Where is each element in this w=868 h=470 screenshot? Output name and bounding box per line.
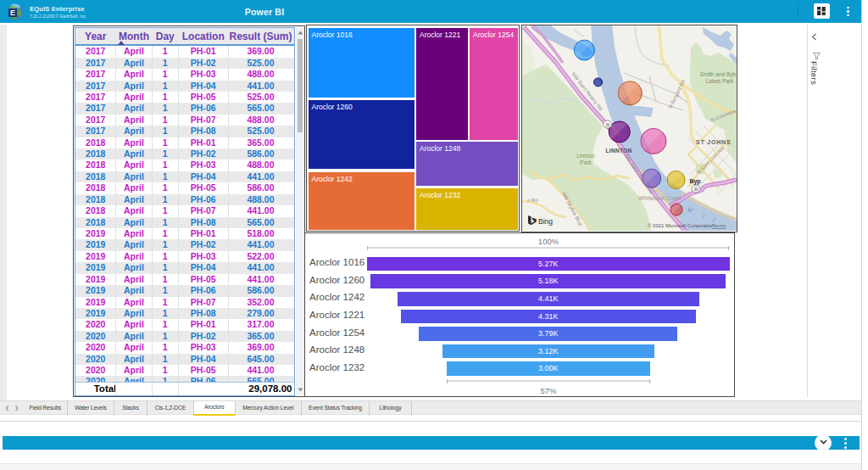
svg-text:Byp: Byp [689,178,700,185]
svg-text:30: 30 [605,122,610,126]
svg-text:Park: Park [580,159,592,165]
svg-text:Lakes Park: Lakes Park [705,78,733,84]
svg-text:Whitwood Court: Whitwood Court [638,195,681,201]
svg-text:LINNTON: LINNTON [605,148,632,154]
svg-text:Terms: Terms [712,223,726,228]
svg-text:Smith and Byb: Smith and Byb [699,71,736,78]
svg-text:ST JOHNS: ST JOHNS [696,139,731,145]
svg-text:30: 30 [693,187,698,191]
svg-text:n Rd: n Rd [527,198,538,203]
svg-text:Bing: Bing [538,217,553,226]
svg-text:Linnton: Linnton [576,153,595,159]
svg-text:E: E [10,8,15,17]
svg-text:© 2021 Microsoft Corporation: © 2021 Microsoft Corporation [648,223,714,228]
